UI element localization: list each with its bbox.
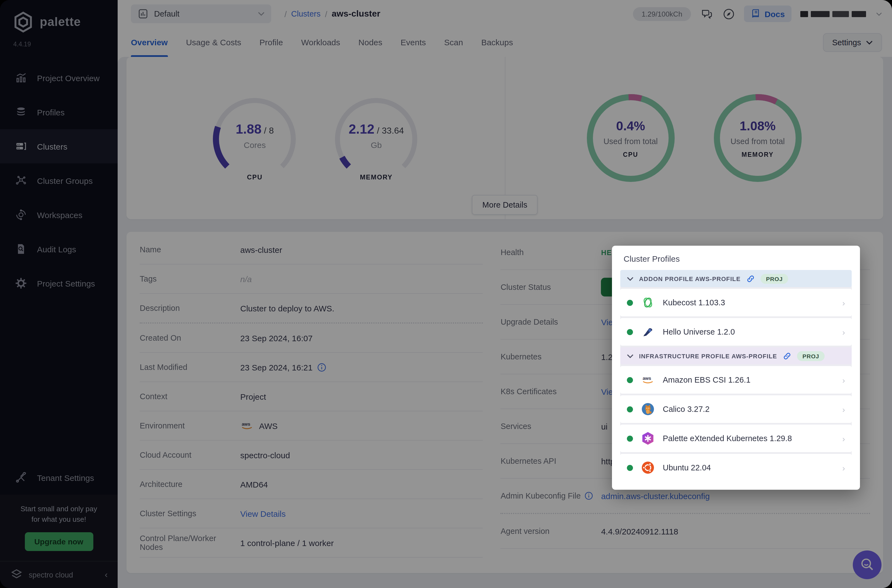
pack-status-dot xyxy=(627,435,633,441)
profile-pack-row-hello-universe[interactable]: Hello Universe 1.2.0 › xyxy=(620,318,852,346)
cluster-profiles-popup: Cluster Profiles ADDON PROFILE AWS-PROFI… xyxy=(612,246,860,490)
ubuntu-logo xyxy=(641,460,655,475)
pack-status-dot xyxy=(627,300,633,306)
profile-pack-row-ubuntu[interactable]: Ubuntu 22.04 › xyxy=(620,454,852,482)
calico-logo xyxy=(641,402,655,416)
addon-profile-section-header[interactable]: ADDON PROFILE AWS-PROFILE PROJ xyxy=(620,270,852,287)
profile-pack-row-ebs-csi[interactable]: aws Amazon EBS CSI 1.26.1 › xyxy=(620,366,852,394)
chevron-right-icon: › xyxy=(842,327,845,336)
pack-status-dot xyxy=(627,406,633,412)
pack-status-dot xyxy=(627,465,633,471)
app-window: palette 4.4.19 Project Overview xyxy=(0,0,892,588)
infrastructure-profile-section-header[interactable]: INFRASTRUCTURE PROFILE AWS-PROFILE PROJ xyxy=(620,347,852,364)
hello-universe-logo xyxy=(641,325,655,339)
chevron-right-icon: › xyxy=(842,434,845,443)
chevron-right-icon: › xyxy=(842,463,845,472)
chevron-right-icon: › xyxy=(842,375,845,384)
popup-title: Cluster Profiles xyxy=(623,254,852,263)
profile-pack-row-calico[interactable]: Calico 3.27.2 › xyxy=(620,395,852,423)
pack-status-dot xyxy=(627,329,633,335)
aws-logo: aws xyxy=(641,373,655,387)
palette-kubernetes-logo xyxy=(641,431,655,446)
scope-badge: PROJ xyxy=(797,351,825,361)
profile-pack-row-pxk[interactable]: Palette eXtended Kubernetes 1.29.8 › xyxy=(620,424,852,452)
pack-status-dot xyxy=(627,377,633,383)
scope-badge: PROJ xyxy=(761,274,788,284)
chevron-down-icon xyxy=(627,276,634,281)
link-icon xyxy=(782,351,791,360)
chevron-right-icon: › xyxy=(842,404,845,414)
kubecost-logo xyxy=(641,296,655,310)
link-icon xyxy=(746,274,755,283)
chevron-right-icon: › xyxy=(842,298,845,307)
svg-text:aws: aws xyxy=(643,376,651,381)
profile-pack-row-kubecost[interactable]: Kubecost 1.103.3 › xyxy=(620,289,852,316)
chevron-down-icon xyxy=(627,354,634,358)
